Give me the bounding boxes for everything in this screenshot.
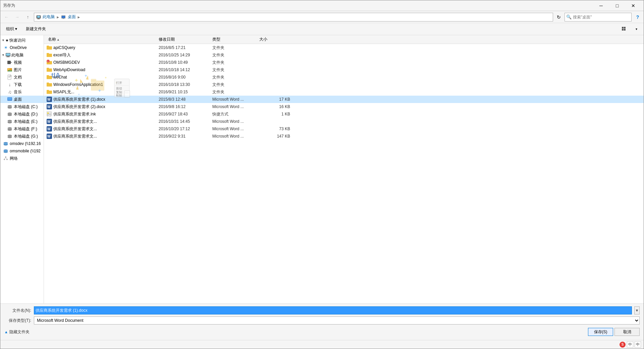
file-date: 2016/10/25 14:29 bbox=[159, 53, 212, 57]
svg-point-28 bbox=[8, 107, 12, 108]
sidebar-item-label-pictures: 图片 bbox=[14, 67, 22, 73]
minimize-button[interactable]: ─ bbox=[593, 1, 609, 10]
view-toggle-button[interactable] bbox=[620, 25, 629, 34]
sidebar-item-desktop[interactable]: 桌面 bbox=[0, 96, 44, 103]
file-item[interactable]: W 供应商系统开发需求文... 2016/10/31 14:45 Microso… bbox=[44, 118, 644, 125]
sidebar-item-label-local-f: 本地磁盘 (F:) bbox=[14, 126, 37, 132]
sidebar-item-local-d[interactable]: 本地磁盘 (D:) bbox=[0, 110, 44, 118]
file-item[interactable]: WebApiDownload 2016/10/18 14:12 文件夹 bbox=[44, 66, 644, 73]
svg-marker-16 bbox=[11, 62, 12, 63]
address-desktop[interactable]: 桌面 bbox=[61, 14, 75, 20]
file-item[interactable]: W 供应商系统开发需求文... 2016/9/22 9:31 Microsoft… bbox=[44, 133, 644, 140]
sidebar-item-music[interactable]: ♫ 音乐 bbox=[0, 88, 44, 96]
maximize-button[interactable]: □ bbox=[609, 1, 625, 10]
svg-rect-10 bbox=[624, 29, 626, 31]
file-item[interactable]: 供应商系统开发需求.lnk 2016/9/27 18:43 快捷方式 1 KB bbox=[44, 110, 644, 118]
col-header-type[interactable]: 类型 bbox=[211, 37, 258, 42]
column-headers: 名称 ▲ 修改日期 类型 大小 bbox=[44, 35, 644, 44]
filetype-select[interactable]: Microsoft Word Document bbox=[34, 316, 640, 325]
svg-rect-25 bbox=[8, 98, 12, 100]
close-button[interactable]: ✕ bbox=[626, 1, 641, 10]
local-g-icon bbox=[7, 134, 12, 139]
file-size: 1 KB bbox=[259, 112, 293, 116]
file-date: 2016/8/5 17:21 bbox=[159, 45, 212, 50]
file-item[interactable]: weChat 2016/8/16 9:00 文件夹 bbox=[44, 73, 644, 81]
svg-point-50 bbox=[4, 159, 5, 160]
filename-input[interactable] bbox=[34, 306, 632, 314]
svg-rect-8 bbox=[624, 27, 626, 29]
svg-point-34 bbox=[8, 122, 12, 123]
search-input[interactable] bbox=[573, 15, 630, 19]
file-item[interactable]: W 供应商系统开发需求 (2).docx 2016/9/8 16:12 Micr… bbox=[44, 103, 644, 110]
titlebar-controls: ─ □ ✕ bbox=[593, 1, 641, 10]
sidebar-group-this-pc[interactable]: ▼ 此电脑 bbox=[0, 51, 44, 59]
file-list: apiCSQuery 2016/8/5 17:21 文件夹 excel导入 20… bbox=[44, 44, 644, 303]
svg-point-18 bbox=[8, 68, 9, 70]
file-date: 2015/8/3 12:48 bbox=[159, 97, 212, 102]
search-bar: 🔍 bbox=[565, 13, 632, 21]
svg-rect-55 bbox=[47, 53, 49, 54]
save-button[interactable]: 保存(S) bbox=[588, 328, 613, 336]
svg-point-43 bbox=[4, 144, 8, 145]
chevron-this-pc: ▼ bbox=[2, 53, 5, 57]
sidebar-item-omsdev[interactable]: omsdev (\\192.16 bbox=[0, 140, 44, 147]
file-item[interactable]: MSAPL无... 2016/9/21 10:15 文件夹 bbox=[44, 88, 644, 96]
sidebar-item-label-network: 网络 bbox=[10, 156, 18, 161]
sidebar-item-local-g[interactable]: 本地磁盘 (G:) bbox=[0, 133, 44, 140]
file-type: Microsoft Word ... bbox=[212, 127, 259, 131]
refresh-button[interactable]: ↻ bbox=[554, 13, 563, 21]
filename-dropdown-arrow[interactable]: ▼ bbox=[634, 306, 640, 314]
sidebar-item-documents[interactable]: 文档 bbox=[0, 73, 44, 81]
sidebar-item-label-quick-access: 快速访问 bbox=[9, 38, 25, 43]
col-header-name[interactable]: 名称 ▲ bbox=[47, 37, 157, 42]
downloads-icon: ↓ bbox=[7, 82, 12, 87]
new-folder-button[interactable]: 新建文件夹 bbox=[23, 25, 49, 34]
sidebar-item-omsmobile[interactable]: omsmobile (\\192 bbox=[0, 147, 44, 155]
sidebar-item-label-videos: 视频 bbox=[14, 60, 22, 65]
sidebar-item-label-omsmobile: omsmobile (\\192 bbox=[10, 149, 41, 153]
cancel-button[interactable]: 取消 bbox=[614, 328, 640, 336]
sidebar-item-label-omsdev: omsdev (\\192.16 bbox=[10, 141, 41, 146]
bottom-section: 文件名(N): ▼ 保存类型(T): Microsoft Word Docume… bbox=[0, 303, 644, 340]
sidebar-item-downloads[interactable]: ↓ 下载 bbox=[0, 81, 44, 88]
file-name: OMSBMGDEV bbox=[53, 60, 159, 65]
forward-button[interactable]: → bbox=[12, 12, 22, 22]
file-date: 2016/9/22 9:31 bbox=[159, 134, 212, 139]
file-item[interactable]: W 供应商系统开发需求文... 2016/10/20 17:12 Microso… bbox=[44, 125, 644, 133]
file-item[interactable]: W 供应商系统开发需求 (1).docx 2015/8/3 12:48 Micr… bbox=[44, 96, 644, 103]
help-button[interactable]: ? bbox=[633, 12, 642, 22]
col-header-date[interactable]: 修改日期 bbox=[157, 37, 211, 42]
col-header-size[interactable]: 大小 bbox=[258, 37, 291, 42]
ime-icon-1: 中 bbox=[627, 341, 633, 348]
sidebar-item-local-e[interactable]: 本地磁盘 (E:) bbox=[0, 118, 44, 125]
sidebar-item-onedrive[interactable]: ☀ OneDrive bbox=[0, 44, 44, 51]
file-item[interactable]: WindowsFormsApplication1 2016/10/18 13:3… bbox=[44, 81, 644, 88]
sidebar-item-local-f[interactable]: 本地磁盘 (F:) bbox=[0, 125, 44, 133]
filetype-row: 保存类型(T): Microsoft Word Document bbox=[4, 316, 640, 325]
file-type: 快捷方式 bbox=[212, 111, 259, 117]
sidebar-item-label-documents: 文档 bbox=[14, 74, 22, 80]
hide-folder-arrow[interactable]: ▲ bbox=[4, 330, 8, 334]
svg-text:!: ! bbox=[48, 60, 48, 62]
svg-rect-3 bbox=[37, 19, 40, 19]
address-bar[interactable]: 此电脑 ► 桌面 ► bbox=[34, 13, 553, 21]
file-item[interactable]: ! OMSBMGDEV 2016/10/8 10:49 文件夹 bbox=[44, 59, 644, 66]
sidebar-item-local-c[interactable]: 本地磁盘 (C:) bbox=[0, 103, 44, 110]
file-item[interactable]: apiCSQuery 2016/8/5 17:21 文件夹 bbox=[44, 44, 644, 51]
window-title: 另存为 bbox=[3, 3, 15, 8]
sidebar-item-pictures[interactable]: 图片 bbox=[0, 66, 44, 73]
back-button[interactable]: ← bbox=[2, 12, 11, 22]
statusbar-system-icons: S 中 中 bbox=[620, 341, 641, 348]
address-this-pc[interactable]: 此电脑 bbox=[36, 14, 55, 20]
file-date: 2016/9/8 16:12 bbox=[159, 104, 212, 109]
sidebar-group-quick-access[interactable]: ▼ ★ 快速访问 bbox=[0, 37, 44, 44]
organize-button[interactable]: 组织 ▾ bbox=[3, 25, 20, 34]
view-dropdown-button[interactable]: ▾ bbox=[632, 25, 641, 34]
up-button[interactable]: ↑ bbox=[23, 12, 33, 22]
sidebar-item-videos[interactable]: 视频 bbox=[0, 59, 44, 66]
file-item[interactable]: excel导入 2016/10/25 14:29 文件夹 bbox=[44, 51, 644, 59]
navbar: ← → ↑ 此电脑 ► 桌面 ► ↻ 🔍 ? bbox=[0, 11, 644, 23]
sidebar-item-network[interactable]: 网络 bbox=[0, 155, 44, 162]
local-d-icon bbox=[7, 111, 12, 117]
svg-text:W: W bbox=[47, 135, 51, 138]
